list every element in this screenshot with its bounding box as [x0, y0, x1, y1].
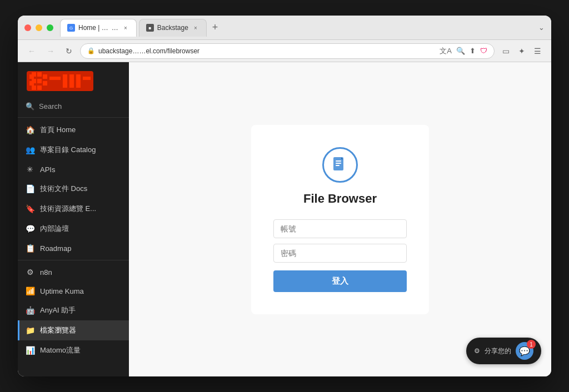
window-controls	[24, 24, 53, 31]
sidebar-item-home[interactable]: 🏠 首頁 Home	[18, 120, 129, 140]
sidebar-item-forum[interactable]: 💬 內部論壇	[18, 219, 129, 239]
svg-rect-9	[43, 81, 47, 86]
address-bar[interactable]: 🔒 ubackstage……el.com/filebrowser 文A 🔍 ⬆ …	[80, 43, 495, 59]
sidebar-item-explorer[interactable]: 🔖 技術資源總覽 E...	[18, 199, 129, 219]
sidebar-item-anyai-label: AnyAI 助手	[40, 305, 76, 315]
sidebar-item-filebrowser[interactable]: 📁 檔案瀏覽器	[18, 320, 129, 340]
tab1-close[interactable]: ×	[122, 24, 129, 32]
sidebar-item-matomo[interactable]: 📊 Matomo流量	[18, 340, 129, 360]
filebrowser-icon: 📁	[26, 326, 34, 335]
login-title: File Browser	[303, 192, 377, 206]
maximize-button[interactable]	[47, 24, 53, 31]
svg-rect-13	[76, 74, 81, 88]
home-icon: 🏠	[26, 125, 34, 134]
sidebar-item-filebrowser-label: 檔案瀏覽器	[40, 325, 76, 335]
svg-rect-17	[336, 163, 341, 164]
tab2-close[interactable]: ×	[192, 24, 199, 32]
address-security-icon: 🔒	[87, 47, 95, 54]
svg-rect-5	[37, 72, 42, 77]
matomo-icon: 📊	[26, 346, 34, 355]
sidebar-item-apis[interactable]: ✳ APIs	[18, 160, 129, 179]
menu-button[interactable]: ☰	[531, 44, 545, 58]
uptime-icon: 📶	[26, 287, 34, 295]
apis-icon: ✳	[26, 165, 34, 174]
sidebar-item-catalog[interactable]: 👥 專案目錄 Catalog	[18, 140, 129, 160]
reload-button[interactable]: ↻	[62, 44, 76, 58]
n8n-icon: ⚙	[26, 268, 34, 277]
svg-rect-16	[336, 160, 341, 162]
translate-icon[interactable]: 文A	[440, 46, 452, 56]
roadmap-icon: 📋	[26, 244, 34, 253]
forum-icon: 💬	[26, 224, 34, 233]
sidebar-divider-2	[18, 260, 129, 260]
nav-bar: ← → ↻ 🔒 ubackstage……el.com/filebrowser 文…	[18, 40, 551, 62]
share-icon[interactable]: ⬆	[470, 47, 476, 55]
sidebar-item-uptime[interactable]: 📶 Uptime Kuma	[18, 282, 129, 300]
tab1-favicon: G	[67, 24, 75, 32]
svg-rect-6	[37, 79, 42, 83]
zoom-icon[interactable]: 🔍	[456, 47, 465, 55]
explorer-icon: 🔖	[26, 204, 34, 213]
shield-icon: 🛡	[480, 47, 487, 55]
sidebar-item-anyai[interactable]: 🤖 AnyAI 助手	[18, 300, 129, 320]
catalog-icon: 👥	[26, 145, 34, 154]
window-more-icon[interactable]: ⌄	[538, 23, 545, 32]
forward-button[interactable]: →	[43, 44, 58, 58]
tab-2[interactable]: ■ Backstage ×	[139, 19, 207, 37]
extensions-button[interactable]: ✦	[515, 44, 528, 58]
svg-rect-11	[63, 74, 67, 88]
page-content: File Browser 登入 ⚙ 分享您的 💬 1	[129, 62, 551, 376]
sidebar-item-matomo-label: Matomo流量	[40, 345, 81, 355]
feedback-button[interactable]: ⚙ 分享您的 💬 1	[466, 338, 541, 364]
password-input[interactable]	[273, 244, 407, 263]
sidebar-item-forum-label: 內部論壇	[40, 224, 69, 234]
sidebar-item-n8n-label: n8n	[40, 268, 52, 277]
sidebar-item-docs-label: 技術文件 Docs	[40, 184, 87, 194]
svg-rect-8	[43, 74, 47, 79]
tab1-label: Home | …	[78, 24, 108, 32]
svg-rect-12	[69, 74, 74, 88]
sidebar-divider-1	[18, 117, 129, 118]
docs-icon: 📄	[26, 184, 34, 193]
sidebar-item-roadmap-label: Roadmap	[40, 244, 71, 253]
sidebar-search[interactable]: 🔍 Search	[18, 98, 129, 115]
sidebar-item-docs[interactable]: 📄 技術文件 Docs	[18, 179, 129, 199]
login-button[interactable]: 登入	[273, 270, 407, 292]
sidebar-item-roadmap[interactable]: 📋 Roadmap	[18, 239, 129, 258]
close-button[interactable]	[24, 24, 31, 31]
anyai-icon: 🤖	[26, 306, 34, 315]
sidebar-item-uptime-label: Uptime Kuma	[40, 287, 84, 295]
sidebar-item-catalog-label: 專案目錄 Catalog	[40, 145, 96, 155]
file-browser-icon	[322, 147, 358, 183]
nav-right-buttons: ▭ ✦ ☰	[499, 44, 545, 58]
sidebar: 🔍 Search 🏠 首頁 Home 👥 專案目錄 Catalog ✳ APIs…	[18, 62, 129, 376]
minimize-button[interactable]	[36, 24, 42, 31]
address-right-icons: 文A 🔍 ⬆ 🛡	[440, 46, 487, 56]
main-content: 🔍 Search 🏠 首頁 Home 👥 專案目錄 Catalog ✳ APIs…	[18, 62, 551, 376]
address-text: ubackstage……el.com/filebrowser	[98, 47, 436, 55]
feedback-label: 分享您的	[485, 346, 511, 356]
tab-1[interactable]: G Home | … … ×	[60, 19, 137, 37]
sidebar-item-home-label: 首頁 Home	[40, 125, 76, 135]
feedback-badge: 1	[527, 340, 536, 349]
file-browser-svg	[330, 155, 350, 175]
svg-rect-4	[32, 86, 36, 90]
tab-bar: G Home | … … × ■ Backstage × +	[60, 19, 534, 37]
svg-rect-2	[32, 72, 36, 77]
logo-image	[27, 71, 93, 91]
login-card: File Browser 登入	[251, 125, 429, 314]
back-button[interactable]: ←	[24, 44, 39, 58]
sidebar-item-n8n[interactable]: ⚙ n8n	[18, 263, 129, 282]
svg-rect-18	[336, 165, 340, 166]
tab1-ellipsis: …	[112, 24, 118, 32]
mac-window: G Home | … … × ■ Backstage × + ⌄ ← → ↻ 🔒…	[18, 16, 551, 376]
new-tab-button[interactable]: +	[209, 22, 222, 33]
sidebar-item-explorer-label: 技術資源總覽 E...	[40, 204, 96, 214]
tab2-favicon: ■	[146, 24, 154, 32]
feedback-gear-icon: ⚙	[474, 347, 480, 355]
feedback-chat-icon: 💬 1	[516, 342, 533, 360]
svg-rect-3	[32, 79, 36, 83]
username-input[interactable]	[273, 219, 407, 238]
svg-rect-10	[49, 77, 61, 80]
sidebar-toggle-button[interactable]: ▭	[499, 44, 513, 58]
